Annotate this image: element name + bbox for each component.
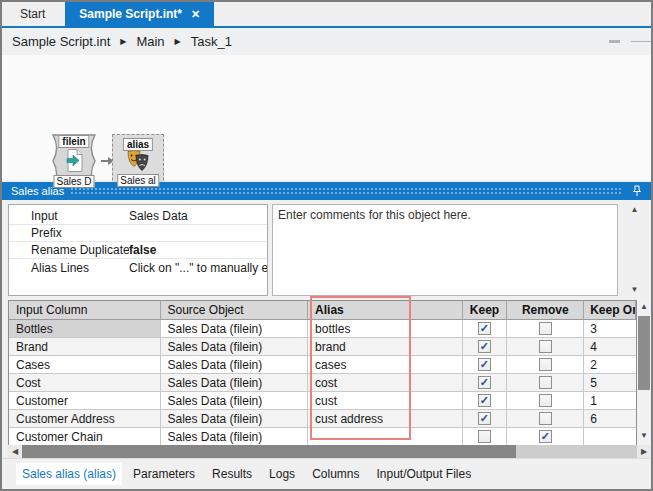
column-header-remove[interactable]: Remove (507, 301, 584, 320)
tab-parameters[interactable]: Parameters (127, 463, 201, 485)
column-header-keep[interactable]: Keep (463, 301, 508, 320)
vertical-scrollbar[interactable]: ▲ ▼ (637, 300, 651, 445)
keep-checkbox[interactable]: ✓ (478, 412, 491, 425)
cell-keep-order[interactable] (584, 428, 636, 446)
scroll-up-icon[interactable]: ▲ (637, 301, 651, 313)
tab-results[interactable]: Results (206, 463, 258, 485)
remove-checkbox[interactable] (539, 394, 552, 407)
cell-keep-order[interactable]: 2 (584, 356, 636, 374)
table-row[interactable]: Customer ChainSales Data (filein)✓ (9, 428, 636, 446)
cell-alias[interactable] (308, 428, 463, 446)
table-body: BottlesSales Data (filein)bottles✓3Brand… (9, 320, 636, 446)
horizontal-scrollbar[interactable]: ◀ (8, 445, 637, 458)
cell-alias[interactable]: cust (308, 392, 463, 410)
cell-input-column[interactable]: Cost (9, 374, 161, 392)
cell-alias[interactable]: brand (308, 338, 463, 356)
remove-checkbox[interactable]: ✓ (539, 430, 552, 443)
keep-checkbox[interactable]: ✓ (478, 394, 491, 407)
vertical-scrollbar-thumb[interactable] (638, 316, 650, 390)
scroll-down-icon[interactable]: ▼ (637, 430, 651, 442)
cell-keep-order[interactable]: 6 (584, 410, 636, 428)
node-alias[interactable]: alias Sales al (112, 134, 164, 190)
comments-scrollbar[interactable]: ▲ ▼ (626, 204, 643, 296)
property-value[interactable]: Sales Data (129, 209, 267, 223)
keep-checkbox[interactable]: ✓ (478, 322, 491, 335)
cell-source-object[interactable]: Sales Data (filein) (161, 410, 309, 428)
cell-source-object[interactable]: Sales Data (filein) (161, 374, 309, 392)
column-header-source-object[interactable]: Source Object (161, 301, 309, 320)
cell-input-column[interactable]: Cases (9, 356, 161, 374)
tab-start-label: Start (20, 7, 45, 21)
keep-checkbox[interactable]: ✓ (478, 376, 491, 389)
cell-alias[interactable]: cases (308, 356, 463, 374)
panel-header[interactable]: Sales alias (2, 182, 651, 200)
cell-source-object[interactable]: Sales Data (filein) (161, 428, 309, 446)
table-row[interactable]: BottlesSales Data (filein)bottles✓3 (9, 320, 636, 338)
table-header-row: Input Column Source Object Alias Keep Re… (9, 301, 636, 320)
tab-sample-script[interactable]: Sample Script.int* ✕ (65, 2, 214, 26)
pin-icon[interactable] (631, 185, 643, 197)
cell-keep-order[interactable]: 3 (584, 320, 636, 338)
keep-checkbox[interactable]: ✓ (478, 340, 491, 353)
cell-input-column[interactable]: Customer Chain (9, 428, 161, 446)
cell-input-column[interactable]: Customer Address (9, 410, 161, 428)
comments-textarea[interactable]: Enter comments for this object here. (272, 204, 618, 296)
cell-alias[interactable]: cust address (308, 410, 463, 428)
column-header-alias[interactable]: Alias (308, 301, 463, 320)
cell-source-object[interactable]: Sales Data (filein) (161, 338, 309, 356)
close-icon[interactable]: ✕ (191, 8, 200, 21)
property-value[interactable]: false (129, 243, 267, 257)
workflow-canvas[interactable]: filein Sales D alias (2, 55, 651, 180)
cell-source-object[interactable]: Sales Data (filein) (161, 356, 309, 374)
keep-checkbox[interactable]: ✓ (478, 358, 491, 371)
cell-keep-order[interactable]: 1 (584, 392, 636, 410)
cell-keep-order[interactable]: 5 (584, 374, 636, 392)
cell-remove (507, 338, 584, 356)
tab-input-output-files[interactable]: Input/Output Files (370, 463, 477, 485)
tab-start[interactable]: Start (6, 2, 59, 26)
cell-alias[interactable]: cost (308, 374, 463, 392)
table-row[interactable]: CustomerSales Data (filein)cust✓1 (9, 392, 636, 410)
property-name: Alias Lines (9, 261, 129, 275)
cell-remove (507, 374, 584, 392)
property-value[interactable]: Click on "..." to manually edi (129, 261, 267, 275)
panel-title: Sales alias (11, 185, 64, 197)
column-header-keep-order[interactable]: Keep Order (584, 301, 636, 320)
cell-remove: ✓ (507, 428, 584, 446)
properties-grid: Input Sales Data Prefix Rename Duplicate… (8, 204, 268, 296)
table-row[interactable]: Customer AddressSales Data (filein)cust … (9, 410, 636, 428)
column-header-input-column[interactable]: Input Column (9, 301, 161, 320)
remove-checkbox[interactable] (539, 412, 552, 425)
node-filein[interactable]: filein Sales D (45, 132, 103, 190)
node-filein-title: filein (58, 135, 89, 148)
horizontal-scrollbar-thumb[interactable] (22, 445, 516, 458)
splitter-handle[interactable] (609, 40, 620, 43)
cell-input-column[interactable]: Customer (9, 392, 161, 410)
comments-placeholder: Enter comments for this object here. (278, 208, 471, 222)
table-row[interactable]: BrandSales Data (filein)brand✓4 (9, 338, 636, 356)
scroll-left-icon[interactable]: ◀ (8, 445, 22, 458)
remove-checkbox[interactable] (539, 358, 552, 371)
remove-checkbox[interactable] (539, 340, 552, 353)
breadcrumb-item-main[interactable]: Main (136, 34, 164, 49)
cell-alias[interactable]: bottles (308, 320, 463, 338)
remove-checkbox[interactable] (539, 376, 552, 389)
scroll-right-icon[interactable]: ▶ (637, 445, 651, 458)
tab-sales-alias[interactable]: Sales alias (alias) (16, 463, 122, 485)
tab-logs[interactable]: Logs (263, 463, 301, 485)
tab-columns[interactable]: Columns (306, 463, 365, 485)
cell-keep: ✓ (463, 338, 508, 356)
cell-input-column[interactable]: Bottles (9, 320, 161, 338)
scroll-down-icon[interactable]: ▼ (631, 284, 639, 296)
cell-input-column[interactable]: Brand (9, 338, 161, 356)
cell-source-object[interactable]: Sales Data (filein) (161, 392, 309, 410)
table-row[interactable]: CostSales Data (filein)cost✓5 (9, 374, 636, 392)
cell-source-object[interactable]: Sales Data (filein) (161, 320, 309, 338)
remove-checkbox[interactable] (539, 322, 552, 335)
table-row[interactable]: CasesSales Data (filein)cases✓2 (9, 356, 636, 374)
breadcrumb-item-script[interactable]: Sample Script.int (12, 34, 110, 49)
keep-checkbox[interactable] (478, 430, 491, 443)
breadcrumb-item-task[interactable]: Task_1 (191, 34, 232, 49)
scroll-up-icon[interactable]: ▲ (631, 204, 639, 216)
cell-keep-order[interactable]: 4 (584, 338, 636, 356)
